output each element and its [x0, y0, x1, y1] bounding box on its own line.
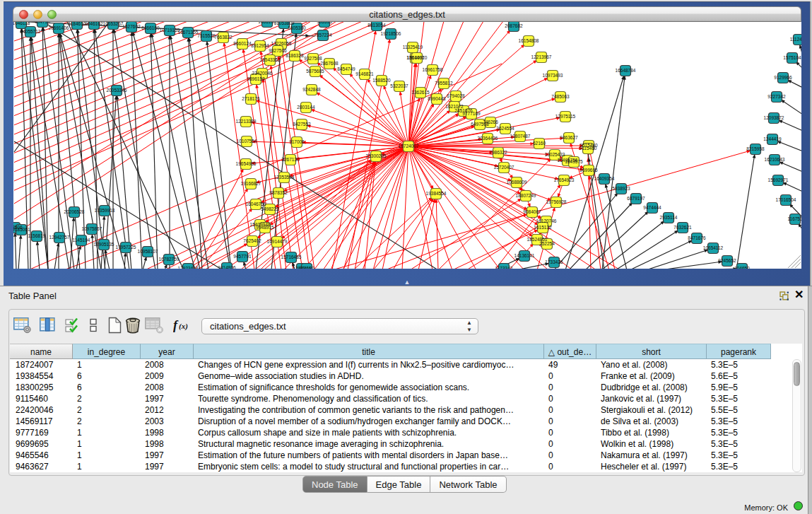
svg-text:10107554: 10107554: [237, 139, 257, 144]
svg-text:7857224: 7857224: [314, 33, 332, 37]
svg-text:23420046: 23420046: [252, 71, 273, 76]
svg-text:1112480: 1112480: [790, 37, 801, 42]
svg-text:10688609: 10688609: [507, 180, 527, 185]
svg-text:8186328: 8186328: [286, 53, 304, 58]
svg-text:8454749: 8454749: [337, 66, 355, 71]
svg-text:7485063: 7485063: [551, 94, 570, 99]
svg-text:2803144: 2803144: [297, 105, 315, 110]
svg-text:10719155: 10719155: [160, 28, 180, 33]
svg-text:19166827: 19166827: [241, 181, 261, 186]
svg-text:10025433: 10025433: [545, 152, 565, 157]
svg-text:18807249: 18807249: [516, 193, 536, 198]
svg-text:10654112: 10654112: [703, 245, 724, 250]
svg-text:16046756: 16046756: [246, 201, 266, 206]
svg-text:9474444: 9474444: [643, 205, 661, 210]
svg-text:9115460: 9115460: [579, 146, 597, 151]
svg-text:f: f: [173, 318, 179, 332]
svg-text:7625402: 7625402: [243, 238, 261, 243]
svg-text:9948915: 9948915: [256, 225, 274, 230]
svg-text:20053346: 20053346: [107, 88, 127, 93]
svg-text:2935114: 2935114: [660, 215, 678, 220]
svg-text:12353594: 12353594: [274, 175, 295, 180]
svg-text:17957225: 17957225: [116, 245, 136, 250]
svg-text:7986322: 7986322: [489, 150, 507, 155]
svg-text:1173342: 1173342: [495, 266, 513, 269]
svg-text:10973493: 10973493: [543, 73, 563, 78]
svg-text:10975867: 10975867: [82, 226, 102, 231]
svg-text:14136141: 14136141: [514, 253, 535, 258]
svg-text:6879197: 6879197: [627, 196, 645, 201]
svg-text:9327508: 9327508: [304, 56, 322, 61]
svg-text:20364436: 20364436: [478, 136, 498, 141]
svg-text:252254: 252254: [539, 241, 555, 246]
svg-text:6466160: 6466160: [141, 25, 160, 30]
svg-text:9463627: 9463627: [560, 135, 578, 140]
svg-text:16409354: 16409354: [594, 176, 615, 181]
svg-text:19756928: 19756928: [546, 199, 567, 204]
svg-text:7663822: 7663822: [214, 35, 233, 40]
svg-text:16543362: 16543362: [260, 57, 281, 62]
svg-text:15692971: 15692971: [768, 177, 789, 182]
svg-text:116753: 116753: [787, 216, 801, 221]
svg-text:9185061: 9185061: [13, 227, 30, 232]
svg-text:1588520: 1588520: [372, 78, 391, 83]
svg-text:12213967: 12213967: [531, 54, 552, 59]
svg-text:8813054: 8813054: [367, 23, 386, 28]
svg-text:7632621: 7632621: [673, 225, 692, 230]
svg-text:62160: 62160: [533, 141, 546, 146]
svg-text:12905135: 12905135: [94, 242, 114, 247]
svg-text:9699695: 9699695: [579, 168, 598, 173]
svg-text:944180: 944180: [299, 266, 314, 269]
svg-text:1046118: 1046118: [13, 22, 30, 25]
svg-text:5938923: 5938923: [612, 186, 630, 191]
svg-text:9242848: 9242848: [302, 87, 321, 92]
svg-text:8660124: 8660124: [233, 41, 252, 46]
svg-text:8471676: 8471676: [688, 235, 706, 240]
svg-text:104650: 104650: [734, 266, 750, 269]
svg-text:16782759: 16782759: [159, 257, 180, 262]
svg-text:7955812: 7955812: [435, 81, 453, 86]
svg-text:9827506: 9827506: [269, 48, 287, 53]
svg-text:16210643: 16210643: [765, 157, 785, 162]
svg-text:8912954: 8912954: [251, 43, 269, 48]
svg-text:917006: 917006: [289, 139, 305, 144]
svg-text:25300285: 25300285: [366, 153, 387, 158]
svg-text:1649575: 1649575: [565, 159, 583, 164]
svg-text:16154808: 16154808: [519, 38, 539, 43]
svg-text:1184610: 1184610: [69, 22, 86, 26]
svg-text:9129966: 9129966: [774, 75, 792, 80]
svg-text:9084067: 9084067: [523, 209, 541, 214]
svg-text:9227342: 9227342: [767, 94, 786, 99]
svg-text:1575104: 1575104: [783, 55, 801, 60]
svg-text:17016504: 17016504: [776, 197, 796, 202]
svg-text:10958107: 10958107: [138, 249, 158, 254]
svg-text:13226058: 13226058: [271, 41, 292, 46]
svg-text:905513: 905513: [317, 22, 332, 24]
svg-text:9245652: 9245652: [718, 258, 736, 263]
svg-text:12975115: 12975115: [555, 114, 576, 119]
svg-text:16671355: 16671355: [178, 30, 199, 35]
svg-text:1244419: 1244419: [763, 136, 782, 141]
svg-text:15720407: 15720407: [494, 165, 514, 170]
svg-text:19384554: 19384554: [426, 191, 447, 196]
svg-text:1605380: 1605380: [288, 25, 306, 30]
svg-text:18724007: 18724007: [399, 144, 419, 148]
svg-text:3267130: 3267130: [281, 157, 300, 162]
svg-text:16961758: 16961758: [423, 67, 443, 72]
svg-text:1733426: 1733426: [545, 259, 563, 264]
svg-text:12213389: 12213389: [236, 119, 257, 124]
svg-text:(x): (x): [179, 322, 188, 331]
svg-text:11325419: 11325419: [403, 45, 423, 49]
svg-text:5498222: 5498222: [261, 206, 279, 211]
svg-text:5322037: 5322037: [390, 83, 408, 88]
svg-text:9457791: 9457791: [233, 254, 252, 259]
svg-text:8878352: 8878352: [269, 190, 288, 195]
svg-text:16914479: 16914479: [267, 239, 288, 244]
svg-text:20206528: 20206528: [64, 209, 85, 214]
svg-text:12093872: 12093872: [764, 115, 784, 120]
svg-text:6794028: 6794028: [447, 93, 465, 98]
svg-text:8427552: 8427552: [293, 122, 311, 127]
svg-text:15640910: 15640910: [407, 55, 428, 60]
svg-text:17359918: 17359918: [95, 208, 115, 213]
svg-text:904718: 904718: [35, 22, 50, 24]
